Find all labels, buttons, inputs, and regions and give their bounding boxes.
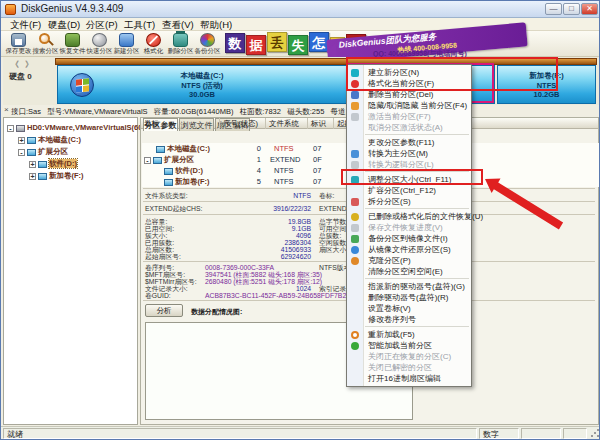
format-button[interactable]: 格式化 xyxy=(140,32,167,56)
menu-item-smart-load[interactable]: 智能加载当前分区 xyxy=(347,340,471,351)
menu-item-reload[interactable]: 重新加载(F5) xyxy=(347,329,471,340)
menu-tools[interactable]: 工具(T) xyxy=(119,19,160,31)
menu-file[interactable]: 文件(F) xyxy=(5,19,46,31)
activate-icon xyxy=(351,113,359,121)
hide-partition-icon xyxy=(351,102,359,110)
menu-disk[interactable]: 硬盘(D) xyxy=(43,19,85,31)
col-volume-label[interactable]: 卷标 xyxy=(141,118,220,129)
recover-files-icon xyxy=(351,213,359,221)
menu-item-recover-deleted-files[interactable]: 已删除或格式化后的文件恢复(U) xyxy=(347,211,471,222)
menu-item-backup-to-image[interactable]: 备份分区到镜像文件(I) xyxy=(347,233,471,244)
context-menu: 建立新分区(N) 格式化当前分区(F) 删除当前分区(Del) 隐藏/取消隐藏 … xyxy=(346,64,472,387)
backup-image-icon xyxy=(351,235,359,243)
convert-logical-icon xyxy=(351,161,359,169)
menu-item-set-volume-label[interactable]: 设置卷标(V) xyxy=(347,303,471,314)
partition-icon xyxy=(27,149,36,156)
menu-item-assign-drive-letter[interactable]: 指派新的驱动器号(盘符)(G) xyxy=(347,281,471,292)
menu-item-close-decrypted-partition: 关闭已解密的分区 xyxy=(347,362,471,373)
minimize-button[interactable]: — xyxy=(545,3,562,15)
menu-item-wipe-free-space[interactable]: 清除分区空闲空间(E) xyxy=(347,266,471,277)
menu-item-hide-partition[interactable]: 隐藏/取消隐藏 当前分区(F4) xyxy=(347,100,471,111)
delete-partition-icon xyxy=(173,33,188,47)
title-bar: DiskGenius V4.9.3.409 — □ ✕ xyxy=(1,1,600,18)
search-partition-button[interactable]: 搜索分区 xyxy=(32,32,59,56)
partition-icon xyxy=(164,179,173,186)
menu-item-save-recovery-progress: 保存文件恢复进度(V) xyxy=(347,222,471,233)
window-title: DiskGenius V4.9.3.409 xyxy=(21,3,123,14)
next-disk-button[interactable]: 》 xyxy=(25,59,33,70)
app-window: DiskGenius V4.9.3.409 — □ ✕ 文件(F) 硬盘(D) … xyxy=(0,0,600,440)
new-partition-button[interactable]: 新建分区 xyxy=(113,32,140,56)
prev-disk-button[interactable]: 《 xyxy=(11,59,19,70)
ad-tile: 据 xyxy=(246,35,266,55)
menu-view[interactable]: 查看(V) xyxy=(157,19,199,31)
delete-icon xyxy=(351,91,359,99)
analyze-button[interactable]: 分析 xyxy=(145,304,183,317)
menu-item-split-partition[interactable]: 拆分分区(S) xyxy=(347,196,471,207)
col-id[interactable]: 标识 xyxy=(308,118,334,129)
annotation-box-top xyxy=(346,57,558,91)
tree-node-extended[interactable]: -扩展分区 xyxy=(18,146,68,157)
status-cell xyxy=(563,428,587,439)
annotation-box-resize xyxy=(341,169,483,185)
menu-item-restore-from-image[interactable]: 从镜像文件还原分区(S) xyxy=(347,244,471,255)
ad-tile: 数 xyxy=(225,33,245,53)
split-partition-icon xyxy=(351,198,359,206)
menu-item-cancel-activation: 取消分区激活状态(A) xyxy=(347,122,471,133)
partition-c-size: 30.0GB xyxy=(58,90,346,100)
search-icon xyxy=(39,33,50,44)
tree-node-d[interactable]: +软件(D:) xyxy=(29,158,77,169)
panel-close-icon[interactable]: × xyxy=(4,106,9,114)
resize-grip[interactable] xyxy=(590,428,600,438)
menu-item-convert-primary[interactable]: 转换为主分区(M) xyxy=(347,148,471,159)
delete-partition-button[interactable]: 删除分区 xyxy=(167,32,194,56)
disk-icon xyxy=(16,125,25,132)
tree-node-f[interactable]: +新加卷(F:) xyxy=(29,170,84,181)
disk-tab-label[interactable]: 硬盘 0 xyxy=(9,71,32,82)
save-icon xyxy=(11,33,26,47)
format-icon xyxy=(146,33,161,47)
partition-icon xyxy=(27,137,36,144)
save-changes-button[interactable]: 保存更改 xyxy=(5,32,32,56)
partition-f-size: 10.2GB xyxy=(498,90,595,100)
ad-tile: 失 xyxy=(288,35,308,55)
maximize-button[interactable]: □ xyxy=(563,3,580,15)
menu-item-expand-partition[interactable]: 扩容分区(Ctrl_F12) xyxy=(347,185,471,196)
col-index-status[interactable]: 序号(状态) xyxy=(220,118,266,129)
menu-item-close-recovering-partition: 关闭正在恢复的分区(C) xyxy=(347,351,471,362)
menu-item-change-params[interactable]: 更改分区参数(F11) xyxy=(347,137,471,148)
partition-icon xyxy=(156,146,165,153)
menu-item-activate-partition: 激活当前分区(F7) xyxy=(347,111,471,122)
partition-tree: -HD0:VMware,VMwareVirtualS(60GB) +本地磁盘(C… xyxy=(3,117,138,425)
quick-partition-button[interactable]: 快速分区 xyxy=(86,32,113,56)
menu-item-clone-partition[interactable]: 克隆分区(P) xyxy=(347,255,471,266)
menu-item-open-hex-editor[interactable]: 打开16进制扇区编辑 xyxy=(347,373,471,384)
partition-icon xyxy=(38,161,47,168)
convert-primary-icon xyxy=(351,150,359,158)
backup-partition-button[interactable]: 备份分区 xyxy=(194,32,221,56)
status-cell xyxy=(521,428,561,439)
status-numlock: 数字 xyxy=(479,428,519,439)
allocation-map-label: 数据分配情况图: xyxy=(191,307,242,317)
partition-block-c[interactable]: 本地磁盘(C:) NTFS (活动) 30.0GB xyxy=(57,65,347,104)
menu-item-change-volume-serial[interactable]: 修改卷序列号 xyxy=(347,314,471,325)
tree-node-disk[interactable]: -HD0:VMware,VMwareVirtualS(60GB) xyxy=(7,122,156,133)
recover-files-button[interactable]: 恢复文件 xyxy=(59,32,86,56)
smart-load-icon xyxy=(351,342,359,350)
menu-item-remove-drive-letter[interactable]: 删除驱动器号(盘符)(R) xyxy=(347,292,471,303)
ad-tile: 丢 xyxy=(267,32,287,52)
partition-icon xyxy=(38,173,47,180)
tree-node-c[interactable]: +本地磁盘(C:) xyxy=(18,134,81,145)
quick-partition-icon xyxy=(92,33,107,47)
recover-files-icon xyxy=(65,33,80,47)
menu-partition[interactable]: 分区(P) xyxy=(81,19,123,31)
menu-help[interactable]: 帮助(H) xyxy=(195,19,237,31)
close-button[interactable]: ✕ xyxy=(581,3,598,15)
status-bar: 就绪 数字 xyxy=(1,426,600,439)
col-filesystem[interactable]: 文件系统 xyxy=(266,118,308,129)
partition-icon xyxy=(164,168,173,175)
restore-image-icon xyxy=(351,246,359,254)
backup-partition-icon xyxy=(200,33,215,47)
windows-logo-icon xyxy=(70,73,94,97)
save-progress-icon xyxy=(351,224,359,232)
